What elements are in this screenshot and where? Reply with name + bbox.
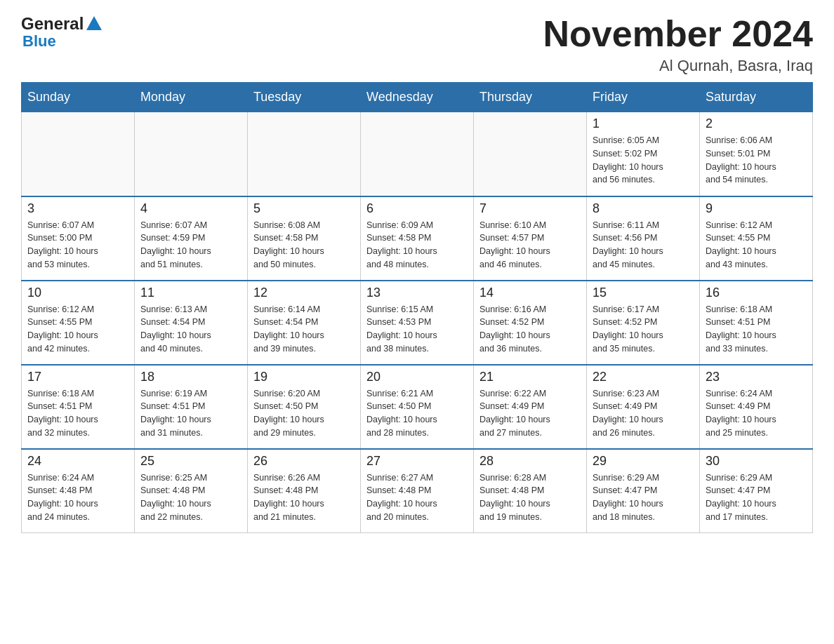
- day-number: 25: [140, 454, 241, 469]
- day-info: Sunrise: 6:13 AM Sunset: 4:54 PM Dayligh…: [140, 303, 241, 356]
- page-header: General Blue November 2024 Al Qurnah, Ba…: [21, 14, 813, 75]
- calendar-cell: 23Sunrise: 6:24 AM Sunset: 4:49 PM Dayli…: [700, 365, 813, 449]
- logo-text-general: General: [21, 14, 84, 34]
- day-info: Sunrise: 6:07 AM Sunset: 5:00 PM Dayligh…: [27, 219, 128, 271]
- calendar-cell: 13Sunrise: 6:15 AM Sunset: 4:53 PM Dayli…: [361, 281, 474, 365]
- weekday-header-saturday: Saturday: [700, 83, 813, 112]
- day-info: Sunrise: 6:23 AM Sunset: 4:49 PM Dayligh…: [593, 387, 694, 440]
- weekday-header-monday: Monday: [135, 83, 248, 112]
- calendar-cell: 20Sunrise: 6:21 AM Sunset: 4:50 PM Dayli…: [361, 365, 474, 449]
- day-number: 28: [479, 454, 581, 469]
- day-info: Sunrise: 6:28 AM Sunset: 4:48 PM Dayligh…: [479, 471, 581, 524]
- day-info: Sunrise: 6:15 AM Sunset: 4:53 PM Dayligh…: [366, 303, 468, 356]
- day-number: 21: [479, 370, 581, 384]
- calendar-cell: 25Sunrise: 6:25 AM Sunset: 4:48 PM Dayli…: [135, 449, 248, 533]
- day-number: 29: [593, 454, 694, 469]
- day-info: Sunrise: 6:22 AM Sunset: 4:49 PM Dayligh…: [479, 387, 581, 440]
- day-info: Sunrise: 6:20 AM Sunset: 4:50 PM Dayligh…: [253, 387, 355, 440]
- day-number: 18: [140, 370, 241, 384]
- day-number: 24: [27, 454, 128, 469]
- day-info: Sunrise: 6:24 AM Sunset: 4:48 PM Dayligh…: [27, 471, 128, 524]
- day-info: Sunrise: 6:18 AM Sunset: 4:51 PM Dayligh…: [706, 303, 807, 356]
- calendar-cell: 11Sunrise: 6:13 AM Sunset: 4:54 PM Dayli…: [135, 281, 248, 365]
- day-info: Sunrise: 6:07 AM Sunset: 4:59 PM Dayligh…: [140, 219, 241, 271]
- day-number: 26: [253, 454, 355, 469]
- logo-line1: General: [21, 14, 102, 34]
- weekday-header-sunday: Sunday: [22, 83, 135, 112]
- day-info: Sunrise: 6:26 AM Sunset: 4:48 PM Dayligh…: [253, 471, 355, 524]
- calendar-cell: 16Sunrise: 6:18 AM Sunset: 4:51 PM Dayli…: [700, 281, 813, 365]
- calendar-cell: 28Sunrise: 6:28 AM Sunset: 4:48 PM Dayli…: [474, 449, 587, 533]
- day-info: Sunrise: 6:12 AM Sunset: 4:55 PM Dayligh…: [27, 303, 128, 356]
- calendar-cell: 10Sunrise: 6:12 AM Sunset: 4:55 PM Dayli…: [22, 281, 135, 365]
- day-number: 16: [706, 286, 807, 300]
- day-number: 3: [27, 201, 128, 216]
- day-info: Sunrise: 6:16 AM Sunset: 4:52 PM Dayligh…: [479, 303, 581, 356]
- calendar-week-2: 3Sunrise: 6:07 AM Sunset: 5:00 PM Daylig…: [22, 196, 813, 281]
- calendar-header-row: SundayMondayTuesdayWednesdayThursdayFrid…: [22, 83, 813, 112]
- day-number: 7: [479, 201, 581, 216]
- weekday-header-friday: Friday: [587, 83, 700, 112]
- calendar-table: SundayMondayTuesdayWednesdayThursdayFrid…: [21, 82, 813, 533]
- day-number: 8: [593, 201, 694, 216]
- day-info: Sunrise: 6:21 AM Sunset: 4:50 PM Dayligh…: [366, 387, 468, 440]
- logo-triangle-icon: [86, 16, 102, 33]
- day-number: 17: [27, 370, 128, 384]
- logo-text-blue: Blue: [21, 32, 56, 51]
- calendar-cell: 18Sunrise: 6:19 AM Sunset: 4:51 PM Dayli…: [135, 365, 248, 449]
- day-number: 27: [366, 454, 468, 469]
- day-number: 19: [253, 370, 355, 384]
- calendar-cell: 22Sunrise: 6:23 AM Sunset: 4:49 PM Dayli…: [587, 365, 700, 449]
- calendar-cell: 24Sunrise: 6:24 AM Sunset: 4:48 PM Dayli…: [22, 449, 135, 533]
- day-info: Sunrise: 6:05 AM Sunset: 5:02 PM Dayligh…: [593, 134, 694, 187]
- day-number: 14: [479, 286, 581, 300]
- day-number: 10: [27, 286, 128, 300]
- calendar-week-3: 10Sunrise: 6:12 AM Sunset: 4:55 PM Dayli…: [22, 281, 813, 365]
- day-info: Sunrise: 6:18 AM Sunset: 4:51 PM Dayligh…: [27, 387, 128, 440]
- day-number: 2: [706, 116, 807, 131]
- weekday-header-thursday: Thursday: [474, 83, 587, 112]
- day-number: 9: [706, 201, 807, 216]
- calendar-cell: 14Sunrise: 6:16 AM Sunset: 4:52 PM Dayli…: [474, 281, 587, 365]
- calendar-cell: 2Sunrise: 6:06 AM Sunset: 5:01 PM Daylig…: [700, 112, 813, 196]
- day-number: 13: [366, 286, 468, 300]
- day-number: 12: [253, 286, 355, 300]
- calendar-cell: 4Sunrise: 6:07 AM Sunset: 4:59 PM Daylig…: [135, 196, 248, 281]
- day-number: 1: [593, 116, 694, 131]
- day-number: 22: [593, 370, 694, 384]
- location-text: Al Qurnah, Basra, Iraq: [543, 57, 813, 75]
- calendar-cell: 30Sunrise: 6:29 AM Sunset: 4:47 PM Dayli…: [700, 449, 813, 533]
- calendar-cell: [474, 112, 587, 196]
- day-number: 15: [593, 286, 694, 300]
- day-info: Sunrise: 6:29 AM Sunset: 4:47 PM Dayligh…: [593, 471, 694, 524]
- day-number: 4: [140, 201, 241, 216]
- day-info: Sunrise: 6:14 AM Sunset: 4:54 PM Dayligh…: [253, 303, 355, 356]
- day-info: Sunrise: 6:12 AM Sunset: 4:55 PM Dayligh…: [706, 219, 807, 271]
- calendar-cell: 12Sunrise: 6:14 AM Sunset: 4:54 PM Dayli…: [248, 281, 361, 365]
- day-info: Sunrise: 6:08 AM Sunset: 4:58 PM Dayligh…: [253, 219, 355, 271]
- calendar-cell: 3Sunrise: 6:07 AM Sunset: 5:00 PM Daylig…: [22, 196, 135, 281]
- calendar-cell: 8Sunrise: 6:11 AM Sunset: 4:56 PM Daylig…: [587, 196, 700, 281]
- day-number: 30: [706, 454, 807, 469]
- month-title: November 2024: [543, 14, 813, 54]
- calendar-cell: 17Sunrise: 6:18 AM Sunset: 4:51 PM Dayli…: [22, 365, 135, 449]
- day-info: Sunrise: 6:10 AM Sunset: 4:57 PM Dayligh…: [479, 219, 581, 271]
- day-info: Sunrise: 6:17 AM Sunset: 4:52 PM Dayligh…: [593, 303, 694, 356]
- calendar-cell: 7Sunrise: 6:10 AM Sunset: 4:57 PM Daylig…: [474, 196, 587, 281]
- calendar-week-4: 17Sunrise: 6:18 AM Sunset: 4:51 PM Dayli…: [22, 365, 813, 449]
- calendar-cell: 9Sunrise: 6:12 AM Sunset: 4:55 PM Daylig…: [700, 196, 813, 281]
- calendar-cell: 6Sunrise: 6:09 AM Sunset: 4:58 PM Daylig…: [361, 196, 474, 281]
- day-number: 20: [366, 370, 468, 384]
- day-info: Sunrise: 6:29 AM Sunset: 4:47 PM Dayligh…: [706, 471, 807, 524]
- calendar-cell: [361, 112, 474, 196]
- day-number: 5: [253, 201, 355, 216]
- day-info: Sunrise: 6:24 AM Sunset: 4:49 PM Dayligh…: [706, 387, 807, 440]
- day-info: Sunrise: 6:27 AM Sunset: 4:48 PM Dayligh…: [366, 471, 468, 524]
- title-section: November 2024 Al Qurnah, Basra, Iraq: [543, 14, 813, 75]
- calendar-cell: [22, 112, 135, 196]
- calendar-cell: 19Sunrise: 6:20 AM Sunset: 4:50 PM Dayli…: [248, 365, 361, 449]
- day-number: 11: [140, 286, 241, 300]
- calendar-cell: 5Sunrise: 6:08 AM Sunset: 4:58 PM Daylig…: [248, 196, 361, 281]
- logo: General Blue: [21, 14, 102, 51]
- calendar-cell: [135, 112, 248, 196]
